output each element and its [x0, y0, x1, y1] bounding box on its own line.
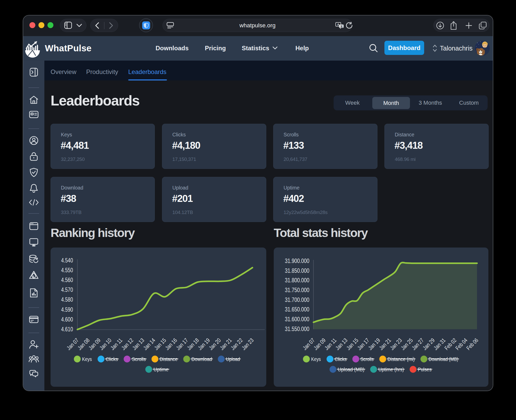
svg-text:Jan 08: Jan 08 — [76, 337, 91, 351]
svg-text:Jan 31: Jan 31 — [432, 337, 447, 351]
svg-text:Feb 02: Feb 02 — [443, 337, 458, 351]
svg-text:4.600: 4.600 — [61, 316, 73, 323]
svg-text:Jan 16: Jan 16 — [164, 337, 178, 351]
svg-text:Jan 11: Jan 11 — [323, 337, 338, 351]
svg-text:Jan 19: Jan 19 — [367, 337, 381, 351]
svg-text:Jan 21: Jan 21 — [219, 337, 233, 351]
svg-text:Jan 13: Jan 13 — [131, 337, 146, 351]
svg-text:Jan 19: Jan 19 — [197, 337, 211, 351]
svg-text:Jan 12: Jan 12 — [120, 337, 135, 351]
svg-text:Jan 09: Jan 09 — [312, 337, 327, 351]
svg-text:31.850.000: 31.850.000 — [285, 267, 309, 274]
svg-text:4.550: 4.550 — [61, 267, 73, 274]
svg-text:Keys: Keys — [311, 356, 321, 362]
svg-text:31.800.000: 31.800.000 — [285, 277, 309, 284]
svg-text:Jan 15: Jan 15 — [153, 337, 167, 351]
svg-text:Jan 25: Jan 25 — [400, 337, 414, 351]
svg-text:Jan 13: Jan 13 — [334, 337, 349, 351]
svg-text:Jan 15: Jan 15 — [345, 337, 360, 351]
svg-text:Jan 14: Jan 14 — [142, 337, 156, 351]
svg-text:4.560: 4.560 — [61, 277, 73, 283]
svg-text:Jan 09: Jan 09 — [87, 337, 102, 351]
svg-text:Jan 27: Jan 27 — [410, 337, 425, 351]
svg-text:4.590: 4.590 — [61, 306, 73, 313]
svg-text:Jan 23: Jan 23 — [389, 337, 403, 351]
svg-text:31.900.000: 31.900.000 — [285, 258, 309, 264]
svg-text:文: 文 — [340, 25, 343, 28]
svg-text:A: A — [337, 23, 339, 26]
svg-text:Jan 20: Jan 20 — [208, 337, 222, 351]
svg-text:Jan 11: Jan 11 — [109, 337, 124, 351]
svg-text:Feb 06: Feb 06 — [465, 337, 480, 351]
svg-text:Jan 22: Jan 22 — [230, 337, 244, 351]
svg-text:31.750.000: 31.750.000 — [285, 287, 309, 293]
svg-text:31.600.000: 31.600.000 — [285, 316, 309, 323]
svg-text:Jan 10: Jan 10 — [98, 337, 113, 351]
svg-text:Jan 18: Jan 18 — [186, 337, 200, 351]
svg-text:4.610: 4.610 — [61, 326, 73, 333]
svg-text:Jan 23: Jan 23 — [240, 337, 255, 351]
svg-text:Jan 29: Jan 29 — [422, 337, 436, 351]
svg-text:Feb 04: Feb 04 — [454, 337, 469, 351]
svg-text:31.550.000: 31.550.000 — [285, 326, 309, 332]
svg-text:Jan 17: Jan 17 — [175, 337, 189, 351]
svg-text:31.700.000: 31.700.000 — [285, 297, 309, 303]
svg-text:Jan 07: Jan 07 — [302, 337, 316, 351]
svg-text:Jan 21: Jan 21 — [378, 337, 392, 351]
svg-text:4.540: 4.540 — [61, 257, 73, 264]
svg-text:4.580: 4.580 — [61, 296, 73, 303]
svg-text:31.650.000: 31.650.000 — [285, 306, 309, 313]
svg-text:Keys: Keys — [82, 356, 92, 362]
svg-text:4.570: 4.570 — [61, 286, 73, 293]
svg-text:Jan 17: Jan 17 — [356, 337, 370, 351]
svg-text:Jan 07: Jan 07 — [66, 337, 80, 351]
